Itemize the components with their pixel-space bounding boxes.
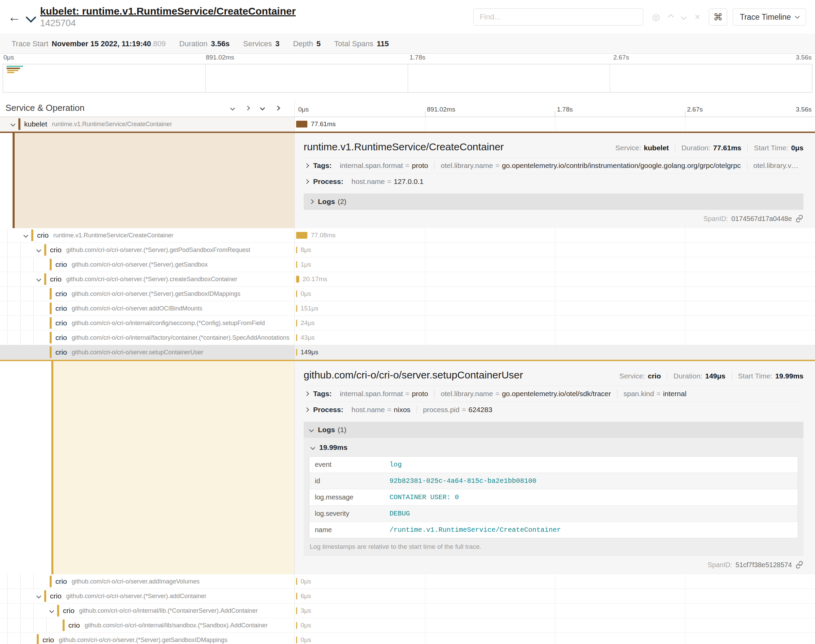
summary-label: Duration	[179, 40, 207, 48]
span-name-cell[interactable]: criogithub.com/cri-o/cri-o/internal/lib/…	[0, 618, 295, 632]
tags-label: Tags:	[313, 161, 331, 170]
span-duration-bar[interactable]	[296, 276, 299, 282]
jaeger-trace-page: ← kubelet: runtime.v1.RuntimeService/Cre…	[0, 0, 815, 644]
span-duration-bar[interactable]	[296, 349, 297, 356]
tags-row[interactable]: Tags:internal.span.format=protootel.libr…	[303, 386, 803, 402]
span-duration-bar[interactable]	[296, 622, 297, 629]
span-duration-bar[interactable]	[296, 290, 297, 297]
span-timeline-cell[interactable]: 43μs	[295, 331, 815, 345]
expand-chevron[interactable]	[46, 608, 57, 614]
operation-name: github.com/cri-o/cri-o/server.(*Server).…	[66, 247, 250, 254]
span-name-cell[interactable]: criogithub.com/cri-o/cri-o/server.(*Serv…	[0, 589, 295, 603]
span-name-cell[interactable]: criogithub.com/cri-o/cri-o/internal/fact…	[0, 331, 295, 345]
span-duration-bar[interactable]	[296, 121, 307, 127]
span-duration-bar[interactable]	[296, 305, 297, 312]
span-name-cell[interactable]: criogithub.com/cri-o/cri-o/internal/conf…	[0, 316, 295, 330]
tag-key: otel.library.name	[441, 389, 493, 397]
span-duration-label: 0μs	[300, 290, 311, 297]
summary-total-spans: Total Spans115	[328, 40, 395, 48]
span-duration-bar[interactable]	[296, 636, 297, 643]
view-selector-button[interactable]: Trace Timeline	[733, 9, 806, 26]
span-timeline-cell[interactable]: 20.17ms	[295, 272, 815, 286]
detail-meta-item: Duration:149μs	[674, 372, 726, 380]
clear-find-icon[interactable]: ×	[695, 12, 700, 22]
logs-section-header[interactable]: Logs(2)	[303, 193, 803, 210]
expand-all-icon[interactable]	[276, 106, 279, 110]
collapse-header-chevron-icon[interactable]	[26, 12, 36, 23]
span-duration-bar[interactable]	[296, 232, 307, 239]
logs-section-header[interactable]: Logs(1)	[303, 422, 803, 438]
span-duration-bar[interactable]	[296, 261, 297, 268]
span-name-cell[interactable]: kubeletruntime.v1.RuntimeService/CreateC…	[0, 117, 295, 131]
span-timeline-cell[interactable]: 8μs	[295, 243, 815, 257]
find-input[interactable]	[473, 9, 643, 26]
span-duration-label: 24μs	[300, 319, 315, 327]
indent-guide	[8, 574, 20, 589]
span-name-cell[interactable]: criogithub.com/cri-o/cri-o/internal/lib.…	[0, 604, 295, 618]
span-name-cell[interactable]: criogithub.com/cri-o/cri-o/server.addIma…	[0, 574, 295, 589]
expand-chevron[interactable]	[8, 121, 18, 127]
span-duration-label: 0μs	[300, 578, 311, 585]
indent-guide	[8, 589, 20, 603]
keyboard-shortcuts-button[interactable]: ⌘	[709, 9, 727, 26]
minimap-canvas[interactable]	[3, 64, 812, 92]
process-row[interactable]: Process:host.name=nixosprocess.pid=62428…	[303, 402, 803, 417]
span-timeline-cell[interactable]: 151μs	[295, 301, 815, 316]
span-duration-bar[interactable]	[296, 320, 297, 327]
equals-sign: =	[462, 406, 466, 414]
collapse-all-icon[interactable]	[261, 106, 264, 110]
span-timeline-cell[interactable]: 0μs	[295, 618, 815, 632]
span-name-cell[interactable]: crioruntime.v1.RuntimeService/CreateCont…	[0, 228, 295, 242]
collapse-one-icon[interactable]	[230, 106, 235, 110]
span-duration-bar[interactable]	[296, 607, 297, 614]
next-result-icon[interactable]	[681, 14, 687, 20]
timeline-gridline	[425, 574, 425, 589]
log-entry-header[interactable]: 19.99ms	[309, 439, 798, 456]
span-timeline-cell[interactable]: 0μs	[295, 287, 815, 301]
timeline-gridline	[425, 633, 425, 644]
span-timeline-cell[interactable]: 6μs	[295, 589, 815, 603]
process-row[interactable]: Process:host.name=127.0.0.1	[303, 173, 803, 189]
span-duration-bar[interactable]	[296, 578, 297, 585]
expand-one-icon[interactable]	[245, 106, 250, 110]
locate-span-icon[interactable]: ◎	[652, 12, 660, 22]
log-field-key: log.message	[309, 489, 384, 506]
span-duration-bar[interactable]	[296, 593, 297, 600]
span-timeline-cell[interactable]: 0μs	[295, 574, 815, 589]
span-timeline-cell[interactable]: 149μs	[295, 345, 815, 359]
span-id-value: 51cf7f38e5128574	[735, 561, 792, 569]
span-name-cell[interactable]: criogithub.com/cri-o/cri-o/server.(*Serv…	[0, 287, 295, 301]
span-link-icon[interactable]	[795, 561, 803, 569]
span-name-cell[interactable]: criogithub.com/cri-o/cri-o/server.(*Serv…	[0, 258, 295, 272]
indent-guide	[20, 331, 33, 345]
service-name: crio	[55, 304, 67, 313]
expand-chevron[interactable]	[33, 276, 44, 282]
span-name-cell[interactable]: criogithub.com/cri-o/cri-o/server.(*Serv…	[0, 243, 295, 257]
span-duration-bar[interactable]	[296, 334, 297, 341]
span-timeline-cell[interactable]: 3μs	[295, 604, 815, 618]
detail-meta-value: 19.99ms	[775, 372, 803, 380]
span-name-cell[interactable]: criogithub.com/cri-o/cri-o/server.(*Serv…	[0, 272, 295, 286]
expand-chevron[interactable]	[33, 593, 44, 599]
expand-chevron[interactable]	[20, 232, 31, 238]
trace-minimap[interactable]: 0μs 891.02ms 1.78s 2.67s 3.56s	[0, 54, 815, 94]
timeline-gridline	[685, 228, 685, 242]
trace-title[interactable]: kubelet: runtime.v1.RuntimeService/Creat…	[40, 5, 296, 17]
span-name-cell[interactable]: criogithub.com/cri-o/cri-o/server.(*Serv…	[0, 633, 295, 644]
timeline-gridline	[555, 228, 555, 242]
span-name-cell[interactable]: criogithub.com/cri-o/cri-o/server.setupC…	[0, 345, 295, 359]
span-timeline-cell[interactable]: 77.08ms	[295, 228, 815, 242]
prev-result-icon[interactable]	[668, 14, 674, 20]
span-duration-bar[interactable]	[296, 247, 297, 253]
back-button[interactable]: ←	[5, 8, 24, 26]
summary-duration: Duration3.56s	[172, 40, 236, 48]
span-timeline-cell[interactable]: 77.61ms	[295, 117, 815, 131]
tags-row[interactable]: Tags:internal.span.format=protootel.libr…	[303, 158, 803, 173]
operation-name: github.com/cri-o/cri-o/server.addOCIBind…	[72, 305, 202, 312]
span-link-icon[interactable]	[795, 215, 803, 223]
expand-chevron[interactable]	[33, 247, 44, 253]
span-timeline-cell[interactable]: 1μs	[295, 258, 815, 272]
span-name-cell[interactable]: criogithub.com/cri-o/cri-o/server.addOCI…	[0, 301, 295, 316]
span-timeline-cell[interactable]: 24μs	[295, 316, 815, 330]
span-timeline-cell[interactable]: 0μs	[295, 633, 815, 644]
